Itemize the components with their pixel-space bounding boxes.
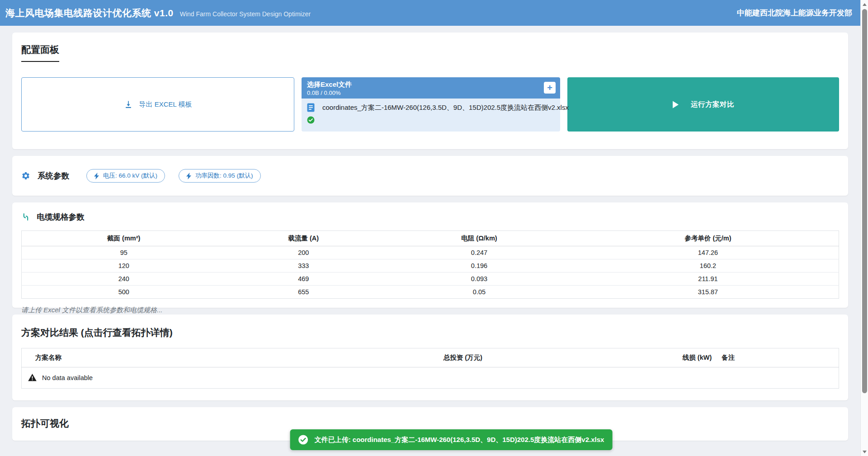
- col-resistance: 电阻 (Ω/km): [381, 231, 577, 246]
- toast-check-icon: [298, 435, 308, 445]
- excel-uploader: 选择Excel文件 0.0B / 0.00% + coordinates_方案二…: [302, 77, 560, 132]
- scrollbar-thumb[interactable]: [862, 9, 867, 393]
- app-title: 海上风电场集电线路设计优化系统 v1.0: [5, 7, 174, 19]
- system-param-chips: 电压: 66.0 kV (默认) 功率因数: 0.95 (默认): [86, 169, 261, 183]
- config-panel-title: 配置面板: [21, 43, 839, 62]
- cell: 95: [22, 246, 226, 259]
- no-data-row: No data available: [22, 367, 839, 389]
- uploader-header: 选择Excel文件 0.0B / 0.00%: [302, 77, 560, 99]
- download-icon: [124, 100, 133, 109]
- config-panel-card: 配置面板 导出 EXCEL 模板 选择Excel文件 0.0B / 0.00% …: [12, 33, 848, 149]
- col-section: 截面 (mm²): [22, 231, 226, 246]
- scrollbar-down-arrow-icon[interactable]: [861, 448, 868, 456]
- cable-specs-table: 截面 (mm²) 载流量 (A) 电阻 (Ω/km) 参考单价 (元/m) 95…: [21, 230, 839, 299]
- cable-table-header-row: 截面 (mm²) 载流量 (A) 电阻 (Ω/km) 参考单价 (元/m): [22, 231, 839, 246]
- config-widgets-row: 导出 EXCEL 模板 选择Excel文件 0.0B / 0.00% + coo…: [21, 77, 839, 132]
- export-excel-template-label: 导出 EXCEL 模板: [139, 100, 192, 109]
- uploader-progress: 0.0B / 0.00%: [307, 89, 555, 96]
- cell: 200: [226, 246, 382, 259]
- comparison-table: 方案名称 总投资 (万元) 线损 (kW) 备注 No data availab…: [21, 348, 839, 389]
- cell: 333: [226, 259, 382, 273]
- comparison-title: 方案对比结果 (点击行查看拓扑详情): [21, 326, 839, 339]
- app-subtitle: Wind Farm Collector System Design Optimi…: [180, 10, 311, 18]
- voltage-chip: 电压: 66.0 kV (默认): [86, 169, 165, 183]
- cell: 655: [226, 286, 382, 299]
- uploader-title: 选择Excel文件: [307, 80, 555, 89]
- system-params-title: 系统参数: [38, 170, 69, 181]
- col-line-loss: 线损 (kW): [577, 348, 716, 367]
- comparison-header-row: 方案名称 总投资 (万元) 线损 (kW) 备注: [22, 348, 839, 367]
- cable-plug-icon: [21, 212, 30, 222]
- upload-success-toast: 文件已上传: coordinates_方案二-16MW-260(126,3.5D…: [290, 429, 613, 450]
- main-content: 配置面板 导出 EXCEL 模板 选择Excel文件 0.0B / 0.00% …: [0, 26, 860, 441]
- empty-state: No data available: [24, 374, 836, 381]
- cell: 160.2: [577, 259, 839, 273]
- cable-specs-title: 电缆规格参数: [37, 212, 84, 222]
- table-row: 95 200 0.247 147.26: [22, 246, 839, 259]
- cell: 240: [22, 273, 226, 286]
- col-remark: 备注: [716, 348, 839, 367]
- add-file-button[interactable]: +: [544, 82, 556, 94]
- table-row: 120 333 0.196 160.2: [22, 259, 839, 273]
- cell: 469: [226, 273, 382, 286]
- cell: 0.247: [381, 246, 577, 259]
- cell: 315.87: [577, 286, 839, 299]
- cable-specs-card: 电缆规格参数 截面 (mm²) 载流量 (A) 电阻 (Ω/km) 参考单价 (…: [12, 202, 848, 308]
- table-row: 500 655 0.05 315.87: [22, 286, 839, 299]
- system-params-card: 系统参数 电压: 66.0 kV (默认) 功率因数: 0.95 (默认): [12, 156, 848, 196]
- table-row: 240 469 0.093 211.91: [22, 273, 839, 286]
- cell: 0.05: [381, 286, 577, 299]
- cell: 120: [22, 259, 226, 273]
- bolt-icon: [186, 173, 192, 179]
- uploaded-file-name: coordinates_方案二-16MW-260(126,3.5D、9D、15D…: [322, 103, 569, 112]
- power-factor-chip: 功率因数: 0.95 (默认): [179, 169, 261, 183]
- power-factor-chip-label: 功率因数: 0.95 (默认): [195, 172, 253, 180]
- no-data-text: No data available: [42, 374, 93, 381]
- topology-title: 拓扑可视化: [21, 417, 839, 430]
- bolt-icon: [94, 173, 99, 179]
- upload-success-check-icon: [307, 116, 555, 126]
- toast-message: 文件已上传: coordinates_方案二-16MW-260(126,3.5D…: [315, 436, 604, 444]
- warning-icon: [28, 374, 37, 381]
- export-excel-template-button[interactable]: 导出 EXCEL 模板: [21, 77, 294, 132]
- app-header: 海上风电场集电线路设计优化系统 v1.0 Wind Farm Collector…: [0, 0, 860, 26]
- vertical-scrollbar[interactable]: [860, 0, 868, 456]
- col-scheme-name: 方案名称: [22, 348, 349, 367]
- col-total-investment: 总投资 (万元): [349, 348, 577, 367]
- cell: 0.093: [381, 273, 577, 286]
- org-name: 中能建西北院海上能源业务开发部: [737, 8, 852, 18]
- cell: 500: [22, 286, 226, 299]
- col-unit-price: 参考单价 (元/m): [577, 231, 839, 246]
- file-document-icon: [307, 103, 315, 112]
- cell: 0.196: [381, 259, 577, 273]
- cell: 147.26: [577, 246, 839, 259]
- uploader-file-list: coordinates_方案二-16MW-260(126,3.5D、9D、15D…: [302, 99, 560, 132]
- cell: 211.91: [577, 273, 839, 286]
- uploaded-file-item[interactable]: coordinates_方案二-16MW-260(126,3.5D、9D、15D…: [307, 103, 555, 112]
- comparison-results-card: 方案对比结果 (点击行查看拓扑详情) 方案名称 总投资 (万元) 线损 (kW)…: [12, 315, 848, 400]
- gear-icon: [21, 171, 30, 180]
- scrollbar-up-arrow-icon[interactable]: [861, 0, 868, 8]
- col-ampacity: 载流量 (A): [226, 231, 382, 246]
- play-icon: [672, 101, 679, 108]
- plus-icon: +: [547, 82, 552, 93]
- voltage-chip-label: 电压: 66.0 kV (默认): [103, 172, 157, 180]
- run-comparison-label: 运行方案对比: [691, 100, 734, 109]
- run-comparison-button[interactable]: 运行方案对比: [567, 77, 839, 132]
- upload-hint-text: 请上传 Excel 文件以查看系统参数和电缆规格...: [21, 306, 839, 315]
